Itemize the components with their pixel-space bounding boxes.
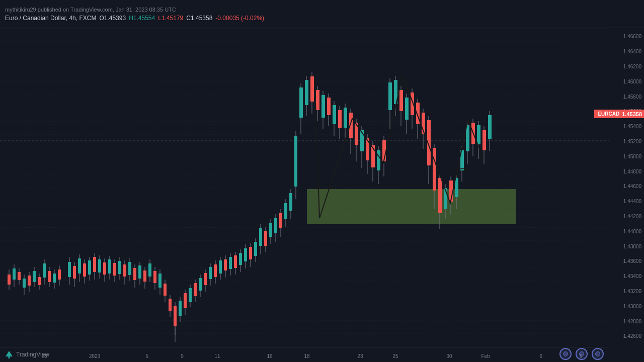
symbol-tag: EURCAD xyxy=(596,111,621,117)
symbol-name: Euro / Canadian Dollar, 4h, FXCM xyxy=(5,15,96,22)
svg-rect-30 xyxy=(78,258,81,274)
svg-rect-24 xyxy=(58,269,61,280)
svg-rect-40 xyxy=(103,262,106,275)
svg-rect-81 xyxy=(204,273,207,285)
svg-rect-4 xyxy=(8,275,11,285)
price-45400: 1.45400 xyxy=(623,124,641,129)
svg-rect-103 xyxy=(259,228,262,246)
price-46400: 1.46400 xyxy=(623,49,641,54)
time-label-2023: 2023 xyxy=(89,353,100,359)
low-value: L1.45179 xyxy=(158,15,183,22)
price-42800: 1.42800 xyxy=(623,318,641,324)
svg-rect-34 xyxy=(88,260,91,275)
svg-rect-66 xyxy=(169,299,172,311)
tv-pine-icon xyxy=(4,349,14,359)
time-label-18: 18 xyxy=(304,353,309,359)
svg-rect-190 xyxy=(9,356,10,358)
svg-rect-18 xyxy=(43,263,46,278)
nav-dot-left[interactable] xyxy=(559,348,572,360)
close-value: C1.45358 xyxy=(186,15,212,22)
svg-rect-119 xyxy=(299,87,303,118)
price-46200: 1.46200 xyxy=(623,64,641,69)
svg-rect-147 xyxy=(377,150,380,170)
price-46600: 1.46600 xyxy=(623,34,641,39)
svg-rect-56 xyxy=(143,270,146,282)
price-46000: 1.46000 xyxy=(623,78,641,84)
price-43400: 1.43400 xyxy=(623,274,641,279)
change-value: -0.00035 (-0.02%) xyxy=(215,15,264,22)
svg-rect-46 xyxy=(118,261,121,274)
time-label-9: 9 xyxy=(181,353,184,359)
svg-rect-79 xyxy=(199,278,202,291)
svg-rect-14 xyxy=(33,271,36,282)
current-price-badge: EURCAD 1.45358 xyxy=(594,110,644,118)
svg-rect-32 xyxy=(83,263,86,277)
svg-rect-95 xyxy=(239,253,242,265)
price-43600: 1.43600 xyxy=(623,258,641,264)
svg-rect-42 xyxy=(108,259,111,274)
svg-rect-12 xyxy=(28,276,31,286)
svg-rect-20 xyxy=(48,271,51,282)
svg-rect-62 xyxy=(158,274,162,288)
svg-rect-60 xyxy=(153,271,156,283)
svg-rect-129 xyxy=(327,98,331,115)
svg-rect-16 xyxy=(38,277,41,285)
price-44400: 1.44400 xyxy=(623,199,641,204)
price-43800: 1.43800 xyxy=(623,243,641,249)
svg-rect-125 xyxy=(316,90,319,110)
svg-rect-105 xyxy=(264,231,267,246)
svg-rect-85 xyxy=(214,264,217,277)
time-label-11: 11 xyxy=(214,353,220,359)
svg-rect-22 xyxy=(53,274,56,283)
tradingview-logo: TradingView xyxy=(4,349,49,359)
svg-rect-107 xyxy=(269,223,272,237)
price-44600: 1.44600 xyxy=(623,184,641,189)
svg-rect-97 xyxy=(244,248,247,261)
svg-rect-115 xyxy=(289,193,292,211)
publisher-info: mythitikiru29 published on TradingView.c… xyxy=(5,7,644,13)
time-label-30: 30 xyxy=(446,353,452,359)
svg-rect-73 xyxy=(184,293,187,308)
time-label-16: 16 xyxy=(267,353,272,359)
svg-rect-155 xyxy=(399,90,403,111)
svg-rect-6 xyxy=(13,268,16,280)
nav-dot-mid[interactable] xyxy=(576,348,588,360)
price-45800: 1.45800 xyxy=(623,94,641,99)
price-42600: 1.42600 xyxy=(623,333,641,339)
price-labels: 1.46600 1.46400 1.46200 1.46000 1.45800 … xyxy=(609,28,644,347)
svg-rect-89 xyxy=(224,259,227,270)
svg-rect-1 xyxy=(0,28,609,347)
svg-rect-133 xyxy=(338,110,342,128)
nav-dot-right[interactable] xyxy=(592,348,604,360)
svg-rect-101 xyxy=(254,242,257,256)
time-label-23: 23 xyxy=(357,353,363,359)
svg-rect-121 xyxy=(305,80,308,105)
svg-rect-151 xyxy=(388,82,392,110)
time-label-25: 25 xyxy=(392,353,398,359)
price-43000: 1.43000 xyxy=(623,303,641,309)
price-44800: 1.44800 xyxy=(623,168,641,174)
price-44200: 1.44200 xyxy=(623,214,641,219)
svg-rect-111 xyxy=(279,213,282,228)
svg-rect-91 xyxy=(229,257,232,269)
brand-name: TradingView xyxy=(16,351,49,358)
svg-rect-131 xyxy=(333,105,336,124)
svg-rect-71 xyxy=(179,301,182,316)
support-zone xyxy=(307,189,516,224)
svg-rect-28 xyxy=(73,266,76,279)
svg-rect-36 xyxy=(93,257,96,272)
svg-rect-54 xyxy=(138,265,141,279)
chart-container: mythitikiru29 published on TradingView.c… xyxy=(0,0,644,362)
svg-rect-157 xyxy=(405,98,409,120)
top-bar: mythitikiru29 published on TradingView.c… xyxy=(0,0,644,28)
svg-rect-93 xyxy=(234,255,237,268)
svg-rect-99 xyxy=(249,247,252,259)
open-value: O1.45393 xyxy=(99,15,126,22)
chart-area[interactable] xyxy=(0,28,609,347)
time-label-feb: Feb xyxy=(481,353,490,359)
svg-rect-127 xyxy=(321,95,325,118)
current-price-value: 1.45358 xyxy=(622,111,642,117)
svg-rect-185 xyxy=(482,130,486,150)
price-44000: 1.44000 xyxy=(623,228,641,234)
time-label-6: 6 xyxy=(539,353,542,359)
